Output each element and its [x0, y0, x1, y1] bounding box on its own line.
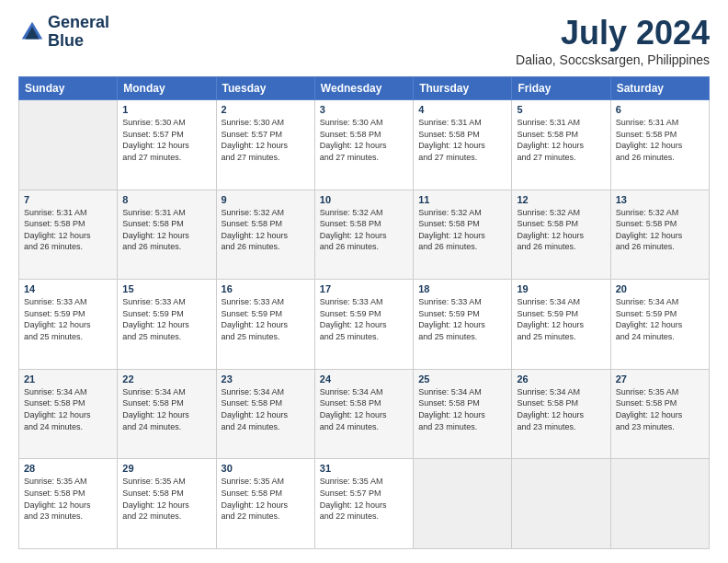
- day-cell: [414, 459, 512, 549]
- day-info: Sunrise: 5:32 AM Sunset: 5:58 PM Dayligh…: [222, 207, 310, 253]
- header-row: SundayMondayTuesdayWednesdayThursdayFrid…: [19, 77, 710, 100]
- day-info: Sunrise: 5:31 AM Sunset: 5:58 PM Dayligh…: [24, 207, 112, 253]
- subtitle: Daliao, Soccsksargen, Philippines: [516, 52, 710, 67]
- day-number: 6: [616, 104, 704, 115]
- day-cell: 14Sunrise: 5:33 AM Sunset: 5:59 PM Dayli…: [19, 280, 118, 370]
- day-cell: 17Sunrise: 5:33 AM Sunset: 5:59 PM Dayli…: [314, 280, 413, 370]
- day-number: 4: [418, 104, 506, 115]
- day-number: 26: [517, 373, 605, 385]
- title-section: July 2024 Daliao, Soccsksargen, Philippi…: [516, 14, 710, 67]
- day-cell: 5Sunrise: 5:31 AM Sunset: 5:58 PM Daylig…: [512, 100, 610, 190]
- day-number: 15: [122, 283, 210, 294]
- header-day-monday: Monday: [118, 77, 216, 100]
- page: General Blue July 2024 Daliao, Soccsksar…: [0, 0, 728, 563]
- day-info: Sunrise: 5:30 AM Sunset: 5:58 PM Dayligh…: [320, 117, 408, 163]
- day-info: Sunrise: 5:34 AM Sunset: 5:58 PM Dayligh…: [418, 386, 506, 432]
- day-cell: 16Sunrise: 5:33 AM Sunset: 5:59 PM Dayli…: [216, 280, 314, 370]
- day-cell: 24Sunrise: 5:34 AM Sunset: 5:58 PM Dayli…: [314, 369, 413, 459]
- day-cell: 26Sunrise: 5:34 AM Sunset: 5:58 PM Dayli…: [512, 369, 610, 459]
- day-cell: 18Sunrise: 5:33 AM Sunset: 5:59 PM Dayli…: [414, 280, 512, 370]
- day-cell: 29Sunrise: 5:35 AM Sunset: 5:58 PM Dayli…: [118, 459, 216, 549]
- logo-line1: General: [48, 14, 109, 32]
- day-info: Sunrise: 5:35 AM Sunset: 5:58 PM Dayligh…: [222, 476, 310, 522]
- day-number: 11: [418, 194, 506, 205]
- day-info: Sunrise: 5:33 AM Sunset: 5:59 PM Dayligh…: [418, 296, 506, 342]
- day-number: 22: [122, 373, 210, 385]
- week-row-1: 1Sunrise: 5:30 AM Sunset: 5:57 PM Daylig…: [19, 100, 710, 190]
- day-info: Sunrise: 5:33 AM Sunset: 5:59 PM Dayligh…: [24, 296, 112, 342]
- day-number: 18: [418, 283, 506, 294]
- day-number: 31: [320, 463, 408, 474]
- header-day-saturday: Saturday: [610, 77, 709, 100]
- day-info: Sunrise: 5:31 AM Sunset: 5:58 PM Dayligh…: [418, 117, 506, 163]
- day-number: 24: [320, 373, 408, 385]
- day-info: Sunrise: 5:34 AM Sunset: 5:59 PM Dayligh…: [616, 296, 704, 342]
- header-day-tuesday: Tuesday: [216, 77, 314, 100]
- day-info: Sunrise: 5:34 AM Sunset: 5:58 PM Dayligh…: [122, 386, 210, 432]
- day-number: 27: [616, 373, 704, 385]
- day-info: Sunrise: 5:32 AM Sunset: 5:58 PM Dayligh…: [418, 207, 506, 253]
- header-day-wednesday: Wednesday: [314, 77, 413, 100]
- logo-text: General Blue: [48, 14, 109, 51]
- day-number: 3: [320, 104, 408, 115]
- day-cell: 11Sunrise: 5:32 AM Sunset: 5:58 PM Dayli…: [414, 190, 512, 280]
- week-row-4: 21Sunrise: 5:34 AM Sunset: 5:58 PM Dayli…: [19, 369, 710, 459]
- day-number: 12: [517, 194, 605, 205]
- day-info: Sunrise: 5:35 AM Sunset: 5:58 PM Dayligh…: [616, 386, 704, 432]
- day-info: Sunrise: 5:35 AM Sunset: 5:57 PM Dayligh…: [320, 476, 408, 522]
- day-number: 9: [222, 194, 310, 205]
- day-info: Sunrise: 5:31 AM Sunset: 5:58 PM Dayligh…: [616, 117, 704, 163]
- day-number: 28: [24, 463, 112, 474]
- day-number: 1: [122, 104, 210, 115]
- day-cell: 19Sunrise: 5:34 AM Sunset: 5:59 PM Dayli…: [512, 280, 610, 370]
- day-cell: 4Sunrise: 5:31 AM Sunset: 5:58 PM Daylig…: [414, 100, 512, 190]
- day-number: 2: [222, 104, 310, 115]
- day-info: Sunrise: 5:32 AM Sunset: 5:58 PM Dayligh…: [320, 207, 408, 253]
- day-cell: [19, 100, 118, 190]
- day-cell: 21Sunrise: 5:34 AM Sunset: 5:58 PM Dayli…: [19, 369, 118, 459]
- day-info: Sunrise: 5:35 AM Sunset: 5:58 PM Dayligh…: [24, 476, 112, 522]
- header: General Blue July 2024 Daliao, Soccsksar…: [18, 14, 710, 67]
- day-number: 8: [122, 194, 210, 205]
- calendar: SundayMondayTuesdayWednesdayThursdayFrid…: [18, 76, 710, 549]
- day-info: Sunrise: 5:33 AM Sunset: 5:59 PM Dayligh…: [122, 296, 210, 342]
- day-number: 29: [122, 463, 210, 474]
- day-cell: [512, 459, 610, 549]
- day-number: 30: [222, 463, 310, 474]
- day-cell: 27Sunrise: 5:35 AM Sunset: 5:58 PM Dayli…: [610, 369, 709, 459]
- day-info: Sunrise: 5:34 AM Sunset: 5:58 PM Dayligh…: [24, 386, 112, 432]
- day-cell: 10Sunrise: 5:32 AM Sunset: 5:58 PM Dayli…: [314, 190, 413, 280]
- day-cell: 2Sunrise: 5:30 AM Sunset: 5:57 PM Daylig…: [216, 100, 314, 190]
- header-day-friday: Friday: [512, 77, 610, 100]
- logo-icon: [18, 18, 46, 46]
- day-number: 14: [24, 283, 112, 294]
- day-cell: 6Sunrise: 5:31 AM Sunset: 5:58 PM Daylig…: [610, 100, 709, 190]
- day-number: 17: [320, 283, 408, 294]
- day-info: Sunrise: 5:31 AM Sunset: 5:58 PM Dayligh…: [517, 117, 605, 163]
- day-info: Sunrise: 5:32 AM Sunset: 5:58 PM Dayligh…: [517, 207, 605, 253]
- week-row-3: 14Sunrise: 5:33 AM Sunset: 5:59 PM Dayli…: [19, 280, 710, 370]
- day-number: 19: [517, 283, 605, 294]
- day-cell: 25Sunrise: 5:34 AM Sunset: 5:58 PM Dayli…: [414, 369, 512, 459]
- day-info: Sunrise: 5:34 AM Sunset: 5:59 PM Dayligh…: [517, 296, 605, 342]
- day-number: 16: [222, 283, 310, 294]
- day-info: Sunrise: 5:32 AM Sunset: 5:58 PM Dayligh…: [616, 207, 704, 253]
- day-number: 25: [418, 373, 506, 385]
- day-cell: 20Sunrise: 5:34 AM Sunset: 5:59 PM Dayli…: [610, 280, 709, 370]
- day-cell: 3Sunrise: 5:30 AM Sunset: 5:58 PM Daylig…: [314, 100, 413, 190]
- day-cell: 13Sunrise: 5:32 AM Sunset: 5:58 PM Dayli…: [610, 190, 709, 280]
- day-info: Sunrise: 5:34 AM Sunset: 5:58 PM Dayligh…: [517, 386, 605, 432]
- day-cell: 22Sunrise: 5:34 AM Sunset: 5:58 PM Dayli…: [118, 369, 216, 459]
- day-cell: 31Sunrise: 5:35 AM Sunset: 5:57 PM Dayli…: [314, 459, 413, 549]
- day-info: Sunrise: 5:34 AM Sunset: 5:58 PM Dayligh…: [320, 386, 408, 432]
- header-day-thursday: Thursday: [414, 77, 512, 100]
- day-number: 7: [24, 194, 112, 205]
- logo-line2: Blue: [48, 32, 109, 51]
- day-number: 13: [616, 194, 704, 205]
- day-number: 10: [320, 194, 408, 205]
- day-info: Sunrise: 5:34 AM Sunset: 5:58 PM Dayligh…: [222, 386, 310, 432]
- day-cell: 30Sunrise: 5:35 AM Sunset: 5:58 PM Dayli…: [216, 459, 314, 549]
- day-info: Sunrise: 5:30 AM Sunset: 5:57 PM Dayligh…: [122, 117, 210, 163]
- day-cell: 15Sunrise: 5:33 AM Sunset: 5:59 PM Dayli…: [118, 280, 216, 370]
- day-cell: 8Sunrise: 5:31 AM Sunset: 5:58 PM Daylig…: [118, 190, 216, 280]
